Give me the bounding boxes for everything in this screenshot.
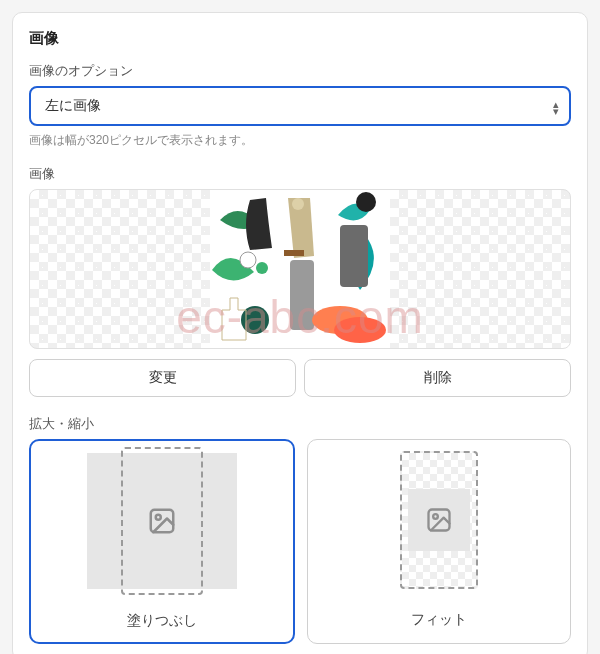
scale-fit-label: フィット (308, 600, 570, 641)
image-option-select[interactable]: 左に画像 (29, 86, 571, 126)
svg-point-9 (356, 192, 376, 212)
scale-fill-thumb (31, 441, 293, 601)
image-button-row: 変更 削除 (29, 359, 571, 397)
image-settings-panel: 画像 画像のオプション 左に画像 ▴▾ 画像は幅が320ピクセルで表示されます。… (12, 12, 588, 654)
change-button[interactable]: 変更 (29, 359, 296, 397)
svg-point-5 (334, 317, 386, 343)
scale-option-fill[interactable]: 塗りつぶし (29, 439, 295, 644)
svg-rect-2 (290, 260, 314, 330)
fit-inner (408, 489, 470, 551)
svg-point-12 (156, 515, 161, 520)
options-helper-text: 画像は幅が320ピクセルで表示されます。 (29, 132, 571, 149)
options-field-label: 画像のオプション (29, 62, 571, 80)
scale-label: 拡大・縮小 (29, 415, 571, 433)
image-option-select-wrap: 左に画像 ▴▾ (29, 86, 571, 126)
preview-label: 画像 (29, 165, 571, 183)
preview-thumbnail (210, 190, 390, 349)
scale-fit-thumb (308, 440, 570, 600)
svg-point-6 (240, 252, 256, 268)
svg-rect-10 (284, 250, 304, 256)
svg-point-14 (433, 514, 438, 519)
svg-point-7 (256, 262, 268, 274)
scale-fill-label: 塗りつぶし (31, 601, 293, 642)
delete-button[interactable]: 削除 (304, 359, 571, 397)
fit-outer (400, 451, 478, 589)
fill-bg (87, 453, 237, 589)
image-icon (147, 506, 177, 536)
section-title: 画像 (29, 29, 571, 48)
scale-options: 塗りつぶし フィット (29, 439, 571, 644)
image-preview[interactable]: ec-abc.com (29, 189, 571, 349)
fill-overlay (121, 447, 203, 595)
scale-option-fit[interactable]: フィット (307, 439, 571, 644)
image-icon (425, 506, 453, 534)
svg-rect-3 (340, 225, 368, 287)
svg-point-1 (292, 198, 304, 210)
